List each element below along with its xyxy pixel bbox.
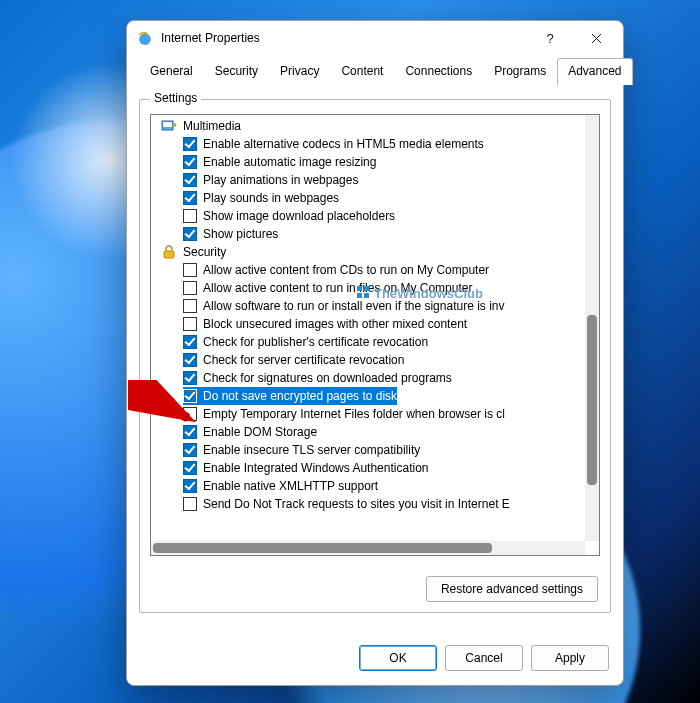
category-multimedia[interactable]: Multimedia <box>155 117 585 135</box>
setting-row[interactable]: Send Do Not Track requests to sites you … <box>155 495 585 513</box>
lock-icon <box>161 244 177 260</box>
app-icon <box>137 30 153 46</box>
category-label: Multimedia <box>183 119 241 133</box>
setting-label: Play animations in webpages <box>203 171 358 189</box>
checkbox[interactable] <box>183 191 197 205</box>
setting-label: Send Do Not Track requests to sites you … <box>203 495 510 513</box>
setting-label: Enable insecure TLS server compatibility <box>203 441 420 459</box>
titlebar: Internet Properties ? <box>127 21 623 55</box>
setting-row[interactable]: Check for signatures on downloaded progr… <box>155 369 585 387</box>
setting-row[interactable]: Play sounds in webpages <box>155 189 585 207</box>
checkbox[interactable] <box>183 335 197 349</box>
settings-groupbox: Settings MultimediaEnable alternative co… <box>139 99 611 613</box>
setting-label: Play sounds in webpages <box>203 189 339 207</box>
setting-label: Enable automatic image resizing <box>203 153 376 171</box>
checkbox[interactable] <box>183 425 197 439</box>
setting-row[interactable]: Show pictures <box>155 225 585 243</box>
setting-row[interactable]: Enable Integrated Windows Authentication <box>155 459 585 477</box>
setting-label: Check for publisher's certificate revoca… <box>203 333 428 351</box>
cancel-button[interactable]: Cancel <box>445 645 523 671</box>
tab-programs[interactable]: Programs <box>483 58 557 85</box>
tab-advanced[interactable]: Advanced <box>557 58 632 85</box>
help-button[interactable]: ? <box>531 23 569 53</box>
setting-label: Allow active content from CDs to run on … <box>203 261 489 279</box>
setting-label: Check for server certificate revocation <box>203 351 404 369</box>
setting-row[interactable]: Show image download placeholders <box>155 207 585 225</box>
checkbox[interactable] <box>183 299 197 313</box>
setting-row[interactable]: Allow active content from CDs to run on … <box>155 261 585 279</box>
setting-row[interactable]: Empty Temporary Internet Files folder wh… <box>155 405 585 423</box>
setting-row[interactable]: Enable insecure TLS server compatibility <box>155 441 585 459</box>
horizontal-scrollbar[interactable] <box>151 541 585 555</box>
checkbox[interactable] <box>183 173 197 187</box>
checkbox[interactable] <box>183 281 197 295</box>
settings-tree[interactable]: MultimediaEnable alternative codecs in H… <box>150 114 600 556</box>
setting-row[interactable]: Block unsecured images with other mixed … <box>155 315 585 333</box>
checkbox[interactable] <box>183 155 197 169</box>
setting-row[interactable]: Play animations in webpages <box>155 171 585 189</box>
apply-button[interactable]: Apply <box>531 645 609 671</box>
category-label: Security <box>183 245 226 259</box>
checkbox[interactable] <box>183 137 197 151</box>
setting-label: Enable DOM Storage <box>203 423 317 441</box>
checkbox[interactable] <box>183 227 197 241</box>
setting-row[interactable]: Do not save encrypted pages to disk <box>183 387 397 405</box>
svg-rect-3 <box>164 251 174 258</box>
dialog-footer: OK Cancel Apply <box>127 625 623 685</box>
setting-label: Show image download placeholders <box>203 207 395 225</box>
setting-label: Do not save encrypted pages to disk <box>203 387 397 405</box>
tabs: GeneralSecurityPrivacyContentConnections… <box>139 57 611 85</box>
setting-label: Empty Temporary Internet Files folder wh… <box>203 405 505 423</box>
close-button[interactable] <box>577 23 615 53</box>
tab-privacy[interactable]: Privacy <box>269 58 330 85</box>
multimedia-icon <box>161 118 177 134</box>
setting-row[interactable]: Check for publisher's certificate revoca… <box>155 333 585 351</box>
checkbox[interactable] <box>183 371 197 385</box>
internet-properties-dialog: Internet Properties ? GeneralSecurityPri… <box>126 20 624 686</box>
setting-label: Allow active content to run in files on … <box>203 279 472 297</box>
window-title: Internet Properties <box>161 31 523 45</box>
svg-rect-2 <box>163 122 172 127</box>
checkbox[interactable] <box>183 407 197 421</box>
tab-connections[interactable]: Connections <box>394 58 483 85</box>
setting-row[interactable]: Enable native XMLHTTP support <box>155 477 585 495</box>
checkbox[interactable] <box>183 461 197 475</box>
checkbox[interactable] <box>183 479 197 493</box>
checkbox[interactable] <box>183 443 197 457</box>
setting-label: Block unsecured images with other mixed … <box>203 315 467 333</box>
setting-label: Enable Integrated Windows Authentication <box>203 459 428 477</box>
setting-row[interactable]: Check for server certificate revocation <box>155 351 585 369</box>
vertical-scrollbar[interactable] <box>585 115 599 541</box>
setting-label: Enable native XMLHTTP support <box>203 477 378 495</box>
ok-button[interactable]: OK <box>359 645 437 671</box>
setting-row[interactable]: Allow software to run or install even if… <box>155 297 585 315</box>
setting-row[interactable]: Enable automatic image resizing <box>155 153 585 171</box>
checkbox[interactable] <box>183 353 197 367</box>
checkbox[interactable] <box>183 209 197 223</box>
setting-label: Check for signatures on downloaded progr… <box>203 369 452 387</box>
setting-label: Allow software to run or install even if… <box>203 297 504 315</box>
tab-security[interactable]: Security <box>204 58 269 85</box>
checkbox[interactable] <box>183 263 197 277</box>
tab-general[interactable]: General <box>139 58 204 85</box>
setting-row[interactable]: Enable alternative codecs in HTML5 media… <box>155 135 585 153</box>
setting-row[interactable]: Enable DOM Storage <box>155 423 585 441</box>
settings-group-label: Settings <box>150 91 201 105</box>
checkbox[interactable] <box>183 389 197 403</box>
setting-row[interactable]: Allow active content to run in files on … <box>155 279 585 297</box>
checkbox[interactable] <box>183 317 197 331</box>
tab-content[interactable]: Content <box>330 58 394 85</box>
checkbox[interactable] <box>183 497 197 511</box>
setting-label: Show pictures <box>203 225 278 243</box>
setting-label: Enable alternative codecs in HTML5 media… <box>203 135 484 153</box>
category-security[interactable]: Security <box>155 243 585 261</box>
restore-advanced-button[interactable]: Restore advanced settings <box>426 576 598 602</box>
